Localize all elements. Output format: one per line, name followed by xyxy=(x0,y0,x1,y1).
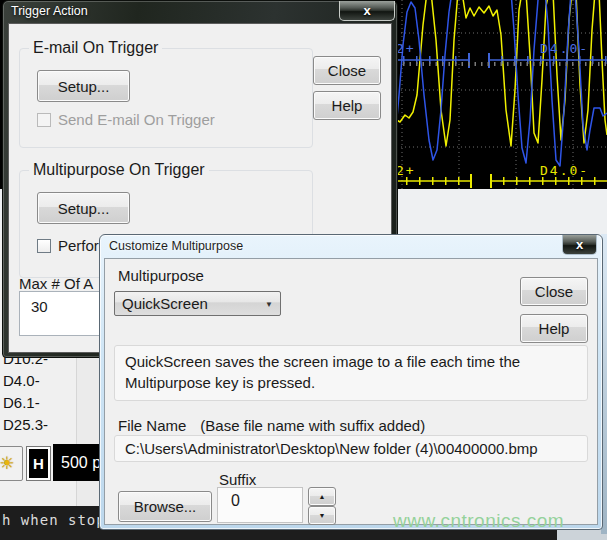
watermark: www.cntronics.com xyxy=(393,510,564,532)
send-email-checkbox xyxy=(37,113,51,127)
customize-dialog-title: Customize Multipurpose xyxy=(109,239,243,253)
file-path-field[interactable]: C:\Users\Administrator\Desktop\New folde… xyxy=(114,435,588,462)
d4-bus-marker-yellow: D4.0- xyxy=(540,163,589,178)
customize-multipurpose-dialog: Customize Multipurpose x Multipurpose Qu… xyxy=(99,234,603,530)
customize-dialog-body: Multipurpose QuickScreen ▼ Close Help Qu… xyxy=(104,258,598,525)
browse-button[interactable]: Browse... xyxy=(118,491,212,522)
trigger-help-button[interactable]: Help xyxy=(313,91,381,120)
horizontal-button[interactable]: H xyxy=(26,446,51,481)
arrow-up-icon: ▲ xyxy=(319,493,326,500)
customize-help-button[interactable]: Help xyxy=(520,314,588,343)
email-setup-button[interactable]: Setup... xyxy=(37,70,130,102)
suffix-spin-down-button[interactable]: ▼ xyxy=(308,506,336,525)
multipurpose-setup-button[interactable]: Setup... xyxy=(37,192,130,224)
multipurpose-dropdown-value: QuickScreen xyxy=(122,295,208,312)
perform-checkbox-label: Perfor xyxy=(58,237,99,254)
trigger-close-button[interactable]: Close xyxy=(313,56,381,85)
d4-bus-marker-blue: D4.0- xyxy=(540,41,589,56)
bus-label-d6: D6.1- xyxy=(3,394,40,411)
horizontal-button-label: H xyxy=(29,449,48,478)
bus-label-d4: D4.0- xyxy=(3,372,40,389)
brightness-button[interactable]: ☀ xyxy=(0,446,23,481)
quickscreen-description: QuickScreen saves the screen image to a … xyxy=(114,345,588,401)
chevron-down-icon: ▼ xyxy=(265,299,273,308)
file-name-hint: (Base file name with suffix added) xyxy=(200,417,425,434)
bus-label-d25: D25.3- xyxy=(3,416,48,433)
email-on-trigger-group: E-mail On Trigger Setup... Send E-mail O… xyxy=(19,48,313,148)
customize-close-icon[interactable]: x xyxy=(562,235,597,255)
oscilloscope-app: 2+ D4.0- 2+ D4.0- ▲ D10.2- D4.0- D6.1- D… xyxy=(0,0,607,540)
send-email-checkbox-label: Send E-mail On Trigger xyxy=(58,111,215,128)
channel-2-marker-blue: 2+ xyxy=(396,41,416,56)
customize-close-button[interactable]: Close xyxy=(520,277,588,306)
multipurpose-field-label: Multipurpose xyxy=(118,267,204,284)
trigger-dialog-title: Trigger Action xyxy=(11,4,88,18)
perform-checkbox[interactable] xyxy=(37,239,51,253)
file-name-label: File Name xyxy=(118,417,186,434)
trigger-close-icon[interactable]: x xyxy=(339,1,395,21)
suffix-value-field[interactable]: 0 xyxy=(217,487,303,523)
channel-2-marker-yellow: 2+ xyxy=(396,163,416,178)
suffix-spin-up-button[interactable]: ▲ xyxy=(308,487,336,506)
multipurpose-group-title: Multipurpose On Trigger xyxy=(29,161,209,179)
max-actions-label: Max # Of A xyxy=(19,275,93,292)
multipurpose-dropdown[interactable]: QuickScreen ▼ xyxy=(114,291,281,316)
suffix-label: Suffix xyxy=(219,471,256,488)
brightness-sun-icon: ☀ xyxy=(0,453,15,474)
arrow-down-icon: ▼ xyxy=(319,512,326,519)
email-group-title: E-mail On Trigger xyxy=(29,39,162,57)
